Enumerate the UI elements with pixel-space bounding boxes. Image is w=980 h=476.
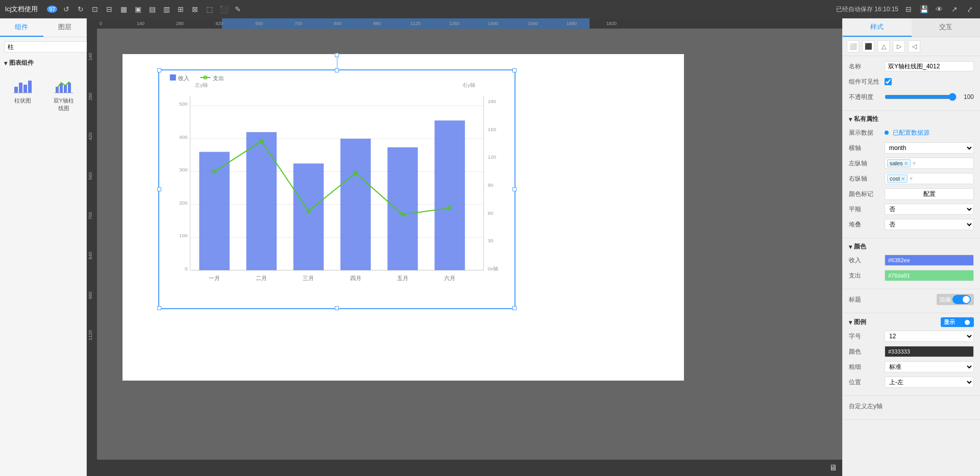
handle-tr[interactable] — [512, 68, 517, 72]
pen-icon[interactable]: ✎ — [233, 4, 243, 14]
right-sidebar: 样式 交互 ⬜ ⬛ △ ▷ ◁ 名称 组件可见性 不透明度 — [842, 18, 980, 476]
chevron-down-icon: ▾ — [910, 175, 913, 182]
group-icon[interactable]: ⊞ — [176, 4, 186, 14]
right-panel-tabs: 样式 交互 — [843, 18, 980, 37]
chart-selection[interactable]: 收入 支出 左y轴 右y轴 0 — [158, 69, 516, 309]
legend-toggle-switch[interactable] — [957, 319, 971, 326]
show-data-row: 展示数据 已配置数据源 — [849, 127, 974, 139]
income-color-label: 收入 — [849, 256, 885, 265]
svg-text:420: 420 — [215, 21, 223, 26]
shadow-btn[interactable]: ◁ — [908, 40, 920, 53]
tab-layers[interactable]: 图层 — [43, 18, 87, 37]
border-btn[interactable]: ▷ — [893, 40, 905, 53]
badge-icon: 97 — [47, 4, 57, 14]
expense-color-swatch[interactable]: #76da91 — [885, 270, 974, 281]
canvas-main[interactable]: 收入 支出 左y轴 右y轴 0 — [97, 29, 842, 460]
handle-ml[interactable] — [157, 187, 161, 191]
handle-bc[interactable] — [335, 306, 339, 310]
component-grid: 柱状图 双Y轴柱 线图 — [0, 69, 86, 119]
opacity-slider[interactable] — [885, 93, 957, 101]
align-right-btn[interactable]: △ — [877, 40, 890, 53]
custom-y-section: 自定义左y轴 — [843, 396, 980, 420]
handle-tl[interactable] — [157, 68, 161, 72]
bar-chart-label: 柱状图 — [14, 97, 31, 105]
save-icon[interactable]: 💾 — [919, 4, 929, 14]
align-center-btn[interactable]: ⬛ — [862, 40, 874, 53]
fill-icon[interactable]: ⬛ — [218, 4, 229, 14]
screen-icon[interactable]: ⊟ — [903, 4, 914, 14]
preview-icon[interactable]: 👁 — [934, 4, 944, 14]
title-row: 标题 隐藏 — [849, 293, 974, 306]
title-section: 标题 隐藏 — [843, 289, 980, 313]
share-icon[interactable]: ↗ — [949, 4, 960, 14]
data-dot — [885, 131, 889, 135]
tag-close-sales[interactable]: ✕ — [904, 161, 908, 166]
copy-icon[interactable]: ⊡ — [90, 4, 100, 14]
handle-mr[interactable] — [512, 187, 517, 191]
undo-icon[interactable]: ↺ — [61, 4, 71, 14]
tab-style[interactable]: 样式 — [843, 18, 912, 37]
left-axis-select[interactable]: sales ✕ ▾ — [885, 158, 974, 169]
flat-select[interactable]: 否 — [885, 204, 974, 215]
opacity-label: 不透明度 — [849, 93, 885, 102]
stack-select[interactable]: 否 — [885, 219, 974, 230]
tab-interact[interactable]: 交互 — [912, 18, 981, 37]
export-icon[interactable]: ⤤ — [965, 4, 975, 14]
handle-br[interactable] — [512, 306, 517, 310]
component-bar-chart[interactable]: 柱状图 — [4, 73, 41, 115]
legend-color-swatch[interactable]: #333333 — [885, 346, 974, 357]
title-toggle-switch[interactable] — [952, 295, 971, 304]
right-axis-select[interactable]: cost ✕ ▾ — [885, 173, 974, 184]
tab-components[interactable]: 组件 — [0, 18, 43, 37]
legend-toggle-label: 显示 — [944, 318, 955, 326]
opacity-value: 100 — [960, 93, 974, 101]
custom-y-row: 自定义左y轴 — [849, 400, 974, 412]
bar-chart-icon — [13, 77, 32, 95]
color-marker-row: 颜色标记 配置 — [849, 188, 974, 200]
redo-icon[interactable]: ↻ — [76, 4, 86, 14]
color-marker-btn[interactable]: 配置 — [885, 188, 974, 200]
private-props-section: ▾ 私有属性 展示数据 已配置数据源 横轴 month 左纵轴 — [843, 111, 980, 238]
svg-text:30: 30 — [487, 238, 494, 243]
top-bar: lcj文档使用 97 ↺ ↻ ⊡ ⊟ ▦ ▣ ▤ ▥ ⊞ ⊠ ⬚ ⬛ ✎ 已经自… — [0, 0, 980, 18]
data-source-link[interactable]: 已配置数据源 — [893, 129, 929, 137]
name-input[interactable] — [885, 61, 974, 71]
x-axis-select[interactable]: month — [885, 142, 974, 154]
handle-top-center[interactable] — [335, 53, 339, 57]
position-select[interactable]: 上-左 — [885, 377, 974, 388]
income-color-swatch[interactable]: #6382ee — [885, 255, 974, 266]
distribute-icon[interactable]: ▤ — [147, 4, 157, 14]
paste-icon[interactable]: ⊟ — [104, 4, 114, 14]
font-size-select[interactable]: 12 — [885, 331, 974, 342]
svg-text:1120: 1120 — [410, 21, 421, 26]
svg-text:700: 700 — [88, 212, 93, 219]
position-label: 位置 — [849, 378, 885, 387]
svg-text:左y轴: 左y轴 — [195, 82, 208, 88]
ungroup-icon[interactable]: ⊠ — [190, 4, 200, 14]
svg-text:560: 560 — [88, 172, 93, 180]
tag-close-cost[interactable]: ✕ — [901, 176, 905, 182]
align-icon[interactable]: ▣ — [133, 4, 143, 14]
lock-icon[interactable]: ▥ — [161, 4, 172, 14]
svg-text:500: 500 — [179, 101, 188, 107]
expense-color-label: 支出 — [849, 271, 885, 280]
handle-tc[interactable] — [335, 68, 339, 72]
legend-toggle-btn[interactable]: 显示 — [941, 317, 974, 327]
search-input[interactable] — [4, 41, 88, 53]
chevron-down-icon: ▾ — [849, 243, 852, 250]
ruler-horizontal: 0 140 280 420 560 700 840 980 1120 1260 … — [87, 18, 842, 29]
svg-text:100: 100 — [179, 233, 188, 238]
flat-label: 平顺 — [849, 205, 885, 214]
bold-select[interactable]: 标准 — [885, 361, 974, 372]
svg-text:980: 980 — [373, 21, 381, 26]
svg-rect-35 — [170, 74, 176, 81]
visibility-checkbox[interactable] — [885, 78, 892, 85]
align-left-btn[interactable]: ⬜ — [847, 40, 859, 53]
x-axis-label: 横轴 — [849, 144, 885, 153]
component-dual-y-chart[interactable]: 双Y轴柱 线图 — [45, 73, 83, 115]
monitor-icon[interactable]: 🖥 — [829, 463, 837, 472]
frame-icon[interactable]: ⬚ — [204, 4, 214, 14]
handle-bl[interactable] — [157, 306, 161, 310]
title-toggle-btn[interactable]: 隐藏 — [937, 294, 974, 305]
grid-icon[interactable]: ▦ — [118, 4, 129, 14]
